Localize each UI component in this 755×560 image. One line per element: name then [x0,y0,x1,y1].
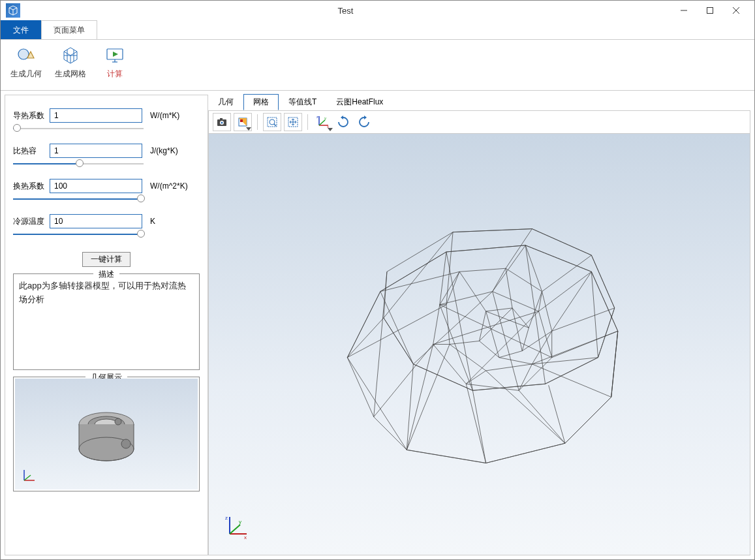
compute-icon [104,45,125,66]
svg-rect-24 [240,119,243,122]
3d-viewport[interactable]: x z y [208,134,750,555]
svg-line-18 [24,475,31,480]
cold-temp-input[interactable] [50,214,142,228]
maximize-button[interactable] [697,1,723,20]
rotate-cw-button[interactable] [334,113,352,131]
tab-page-menu[interactable]: 页面菜单 [41,20,97,39]
one-click-compute-button[interactable]: 一键计算 [82,252,131,267]
svg-rect-22 [220,118,223,120]
viewport-panel: 几何 网格 等值线T 云图HeatFlux xzy [208,95,750,555]
svg-point-21 [221,122,223,124]
param-unit: W/(m^2*K) [150,181,188,191]
ribbon-generate-geometry[interactable]: 生成几何 [10,45,42,80]
window-controls [671,1,749,20]
geometry-icon [16,45,37,66]
param-unit: J/(kg*K) [150,146,178,155]
svg-point-15 [115,418,121,425]
transparency-button[interactable] [234,113,252,131]
svg-marker-38 [364,116,367,119]
description-text: 此app为多轴转接器模型，可以用于热对流热场分析 [19,279,194,364]
geometry-preview-fieldset: 几何展示 [13,377,200,491]
part-render-icon [67,398,146,470]
param-label: 比热容 [13,146,46,157]
axis-triad-icon [20,467,37,484]
svg-rect-1 [707,8,713,14]
snapshot-button[interactable] [213,113,231,131]
axis-triad-icon: x z y [223,514,249,540]
specific-heat-input[interactable] [50,144,142,158]
main-tabstrip: 文件 页面菜单 [1,20,754,40]
svg-marker-25 [246,127,251,131]
heat-transfer-input[interactable] [50,179,142,193]
param-label: 导热系数 [13,110,46,121]
param-heat-transfer-coeff: 换热系数 W/(m^2*K) [13,179,200,193]
cold-temp-slider[interactable] [13,232,144,236]
main-area: 导热系数 W/(m*K) 比热容 J/(kg*K) 换热系数 W/(m^2*K)… [1,91,754,559]
svg-point-14 [121,439,131,448]
ribbon-compute[interactable]: 计算 [99,45,131,80]
view-tab-mesh[interactable]: 网格 [243,94,279,110]
svg-marker-37 [341,116,343,119]
svg-marker-36 [328,128,333,131]
ribbon-label: 生成网格 [55,69,86,80]
svg-line-28 [274,124,276,126]
title-bar: Test [1,1,754,20]
app-logo-icon [6,3,20,18]
param-thermal-conductivity: 导热系数 W/(m*K) [13,108,200,123]
param-label: 换热系数 [13,181,46,192]
param-unit: W/(m*K) [150,111,179,120]
toolbar-separator [257,114,258,130]
param-cold-source-temp: 冷源温度 K [13,214,200,228]
minimize-button[interactable] [671,1,697,20]
param-unit: K [150,217,155,226]
axis-orientation-button[interactable]: xzy [313,113,331,131]
mesh-icon [60,45,81,66]
pan-button[interactable] [284,113,302,131]
description-legend: 描述 [93,269,119,280]
view-toolbar: xzy [208,110,750,134]
zoom-extents-button[interactable] [263,113,281,131]
view-tab-cloud[interactable]: 云图HeatFlux [326,94,393,110]
svg-text:x: x [244,535,247,540]
close-button[interactable] [723,1,749,20]
wireframe-mesh [209,134,750,555]
svg-text:y: y [239,519,241,525]
toolbar-separator [307,114,308,130]
svg-line-41 [230,525,240,534]
description-fieldset: 描述 此app为多轴转接器模型，可以用于热对流热场分析 [13,273,200,370]
view-tabstrip: 几何 网格 等值线T 云图HeatFlux [208,95,750,110]
view-tab-contour[interactable]: 等值线T [279,94,326,110]
tab-file[interactable]: 文件 [1,20,41,39]
ribbon-label: 生成几何 [10,69,42,80]
view-tab-geometry[interactable]: 几何 [208,94,243,110]
parameter-panel: 导热系数 W/(m*K) 比热容 J/(kg*K) 换热系数 W/(m^2*K)… [5,95,208,555]
param-specific-heat: 比热容 J/(kg*K) [13,144,200,158]
rotate-ccw-button[interactable] [355,113,373,131]
svg-text:y: y [324,116,326,120]
svg-line-32 [319,120,325,125]
heat-transfer-slider[interactable] [13,197,144,201]
svg-point-27 [270,119,275,125]
ribbon-bar: 生成几何 生成网格 计算 [1,40,754,91]
ribbon-label: 计算 [107,69,123,80]
ribbon-generate-mesh[interactable]: 生成网格 [54,45,87,80]
specific-heat-slider[interactable] [13,162,144,166]
svg-text:z: z [225,515,228,521]
thermal-conductivity-input[interactable] [50,108,142,123]
svg-text:z: z [316,115,318,119]
thermal-conductivity-slider[interactable] [13,127,144,131]
window-title: Test [20,6,671,16]
param-label: 冷源温度 [13,216,46,227]
geometry-preview-viewport[interactable] [15,379,198,490]
